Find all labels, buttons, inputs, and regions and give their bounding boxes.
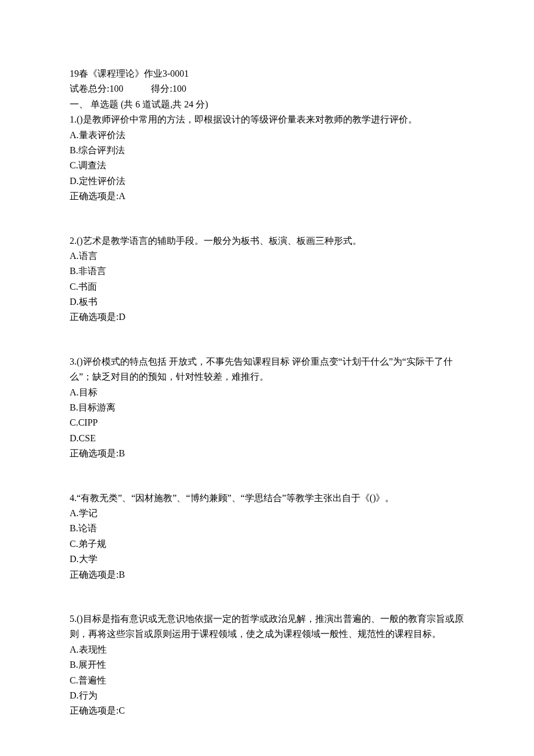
question-option: D.行为 (70, 688, 464, 703)
question-block: 1.()是教师评价中常用的方法，即根据设计的等级评价量表来对教师的教学进行评价。… (70, 112, 464, 204)
question-option: D.大学 (70, 552, 464, 567)
question-block: 4.“有教无类”、“因材施教”、“博约兼顾”、“学思结合”等教学主张出自于《()… (70, 491, 464, 582)
question-option: B.非语言 (70, 264, 464, 279)
question-option: A.量表评价法 (70, 128, 464, 143)
correct-answer: 正确选项是:B (70, 446, 464, 461)
question-option: D.定性评价法 (70, 174, 464, 189)
correct-answer-value: A (118, 191, 125, 201)
correct-answer-label: 正确选项是: (70, 570, 118, 579)
question-option: B.目标游离 (70, 400, 464, 415)
question-option: B.展开性 (70, 657, 464, 672)
correct-answer-value: B (118, 570, 125, 579)
obtained-score-value: 100 (172, 81, 186, 96)
correct-answer-value: B (118, 448, 125, 458)
question-block: 2.()艺术是教学语言的辅助手段。一般分为板书、板演、板画三种形式。A.语言B.… (70, 233, 464, 325)
question-option: A.目标 (70, 385, 464, 400)
question-option: D.CSE (70, 431, 464, 446)
correct-answer-label: 正确选项是: (70, 312, 118, 322)
correct-answer-label: 正确选项是: (70, 191, 118, 201)
correct-answer-value: D (118, 312, 125, 322)
question-option: D.板书 (70, 294, 464, 309)
correct-answer: 正确选项是:C (70, 703, 464, 718)
correct-answer: 正确选项是:D (70, 309, 464, 325)
question-stem: 2.()艺术是教学语言的辅助手段。一般分为板书、板演、板画三种形式。 (70, 233, 464, 249)
exam-title: 19春《课程理论》作业3-0001 (70, 66, 464, 81)
question-stem: 3.()评价模式的特点包括 开放式，不事先告知课程目标 评价重点变“计划干什么”… (70, 354, 464, 385)
question-block: 5.()目标是指有意识或无意识地依据一定的哲学或政治见解，推演出普遍的、一般的教… (70, 611, 464, 719)
correct-answer: 正确选项是:A (70, 189, 464, 204)
question-option: A.语言 (70, 249, 464, 264)
section-header: 一、 单选题 (共 6 道试题,共 24 分) (70, 97, 464, 112)
question-option: C.调查法 (70, 158, 464, 173)
question-block: 3.()评价模式的特点包括 开放式，不事先告知课程目标 评价重点变“计划干什么”… (70, 354, 464, 462)
question-option: A.表现性 (70, 642, 464, 657)
question-stem: 1.()是教师评价中常用的方法，即根据设计的等级评价量表来对教师的教学进行评价。 (70, 112, 464, 127)
total-score-value: 100 (109, 81, 123, 96)
correct-answer-label: 正确选项是: (70, 705, 118, 715)
question-option: C.CIPP (70, 415, 464, 430)
question-option: C.书面 (70, 279, 464, 294)
question-stem: 5.()目标是指有意识或无意识地依据一定的哲学或政治见解，推演出普遍的、一般的教… (70, 611, 464, 642)
question-option: B.论语 (70, 521, 464, 536)
question-option: B.综合评判法 (70, 143, 464, 158)
correct-answer: 正确选项是:B (70, 567, 464, 582)
correct-answer-label: 正确选项是: (70, 448, 118, 458)
question-stem: 4.“有教无类”、“因材施教”、“博约兼顾”、“学思结合”等教学主张出自于《()… (70, 491, 464, 506)
question-option: C.普遍性 (70, 673, 464, 688)
question-option: A.学记 (70, 506, 464, 521)
obtained-score-label: 得分: (151, 81, 172, 96)
correct-answer-value: C (118, 705, 125, 715)
total-score-label: 试卷总分: (70, 81, 109, 96)
question-option: C.弟子规 (70, 537, 464, 552)
exam-score-line: 试卷总分:100 得分:100 (70, 81, 464, 96)
